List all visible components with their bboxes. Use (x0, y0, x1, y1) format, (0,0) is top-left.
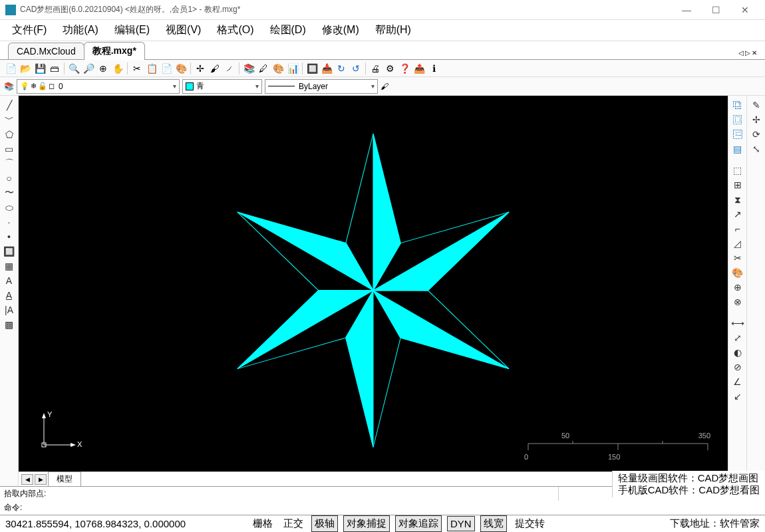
layers-icon[interactable]: 📚 (242, 62, 255, 75)
menu-view[interactable]: 视图(V) (159, 21, 208, 40)
zoom-prev-icon[interactable]: ⊕ (96, 62, 110, 75)
move-obj-icon[interactable]: ✢ (747, 113, 765, 126)
saveall-icon[interactable]: 🗃 (48, 62, 61, 75)
mirror-icon[interactable]: ⧗ (728, 193, 746, 206)
match-icon[interactable]: 🎨 (174, 62, 188, 75)
menu-edit[interactable]: 编辑(E) (108, 21, 156, 40)
point-tool-icon[interactable]: · (0, 215, 18, 229)
mtext-tool-icon[interactable]: A (0, 274, 18, 287)
spline-tool-icon[interactable]: 〜 (0, 186, 18, 200)
colors-icon[interactable]: 🎨 (271, 62, 285, 75)
status-submit[interactable]: 提交转 (512, 516, 547, 531)
layer-manager-icon[interactable]: 📚 (4, 82, 14, 91)
minimize-button[interactable]: — (672, 0, 701, 20)
point2-tool-icon[interactable]: • (0, 230, 18, 243)
status-dyn[interactable]: DYN (447, 516, 475, 531)
linetype-dropdown[interactable]: ByLayer (265, 79, 378, 94)
model-tab[interactable]: 模型 (48, 471, 81, 487)
new-icon[interactable]: 📄 (4, 62, 17, 75)
zoom-extents-icon[interactable]: 🔍 (67, 62, 80, 75)
command-input[interactable] (22, 502, 761, 513)
line-icon[interactable]: ⟋ (223, 62, 236, 75)
break-icon[interactable]: ⊗ (728, 295, 746, 309)
model-next-icon[interactable]: ▶ (35, 474, 47, 485)
block-tool-icon[interactable]: 🔲 (0, 245, 18, 258)
tab-next-icon[interactable]: ▷ (745, 49, 750, 57)
status-osnap[interactable]: 对象捕捉 (343, 515, 390, 532)
open-icon[interactable]: 📂 (19, 62, 32, 75)
help-icon[interactable]: ❓ (398, 62, 411, 75)
dim-leader-icon[interactable]: ↙ (728, 390, 746, 403)
rotate-icon[interactable]: ⟳ (747, 128, 765, 141)
status-otrack[interactable]: 对象追踪 (395, 515, 442, 532)
model-prev-icon[interactable]: ◀ (21, 474, 33, 485)
line-tool-icon[interactable]: ╱ (0, 98, 18, 112)
move-icon[interactable]: ✢ (194, 62, 207, 75)
stretch-icon[interactable]: ↗ (728, 207, 746, 221)
style-icon[interactable]: 🖊 (257, 62, 270, 75)
copy-icon[interactable]: 📋 (145, 62, 158, 75)
brush-icon[interactable]: 🖌 (381, 82, 388, 91)
about-icon[interactable]: ℹ (427, 62, 440, 75)
arc-tool-icon[interactable]: ⌒ (0, 157, 18, 170)
polygon-tool-icon[interactable]: ⬠ (0, 128, 18, 141)
tab-cloud[interactable]: CAD.MxCloud (8, 43, 84, 59)
settings-icon[interactable]: ⚙ (383, 62, 396, 75)
pan-icon[interactable]: ✋ (111, 62, 124, 75)
tab-prev-icon[interactable]: ◁ (738, 49, 744, 57)
trim-icon[interactable]: ✂ (728, 251, 746, 265)
menu-draw[interactable]: 绘图(D) (263, 21, 313, 40)
copy-obj-icon[interactable]: ⿻ (728, 98, 746, 112)
ellipse-tool-icon[interactable]: ⬭ (0, 201, 18, 214)
dim-diameter-icon[interactable]: ⊘ (728, 360, 746, 374)
fillet-icon[interactable]: ⌐ (728, 222, 746, 235)
grid-icon[interactable]: ⊞ (728, 178, 746, 192)
menu-format[interactable]: 格式(O) (210, 21, 260, 40)
maximize-button[interactable]: ☐ (701, 0, 730, 20)
menu-function[interactable]: 功能(A) (56, 21, 104, 40)
export-icon[interactable]: 📤 (412, 62, 426, 75)
dtext-tool-icon[interactable]: |A (0, 303, 18, 317)
color-fill-icon[interactable]: 🎨 (728, 266, 746, 279)
status-lweight[interactable]: 线宽 (480, 515, 507, 532)
chamfer-icon[interactable]: ◿ (728, 237, 746, 250)
close-button[interactable]: ✕ (730, 0, 760, 20)
circle-tool-icon[interactable]: ○ (0, 172, 18, 185)
region-tool-icon[interactable]: ▩ (0, 318, 18, 331)
menu-modify[interactable]: 修改(M) (315, 21, 366, 40)
dim-linear-icon[interactable]: ⟷ (728, 317, 746, 330)
tab-close-icon[interactable]: ✕ (752, 49, 757, 57)
cut-icon[interactable]: ✂ (130, 62, 144, 75)
print-icon[interactable]: 🖨 (369, 62, 382, 75)
offset-icon[interactable]: ⿷ (728, 128, 746, 141)
zoom-window-icon[interactable]: 🔎 (82, 62, 95, 75)
insert-icon[interactable]: 📥 (320, 62, 333, 75)
block-icon[interactable]: 🔲 (305, 62, 319, 75)
drawing-canvas[interactable]: Y X 50 350 0 150 (19, 96, 728, 471)
text-tool-icon[interactable]: A (0, 289, 18, 302)
color-dropdown[interactable]: 青 (182, 79, 262, 94)
status-grid[interactable]: 栅格 (250, 516, 275, 531)
dim-angular-icon[interactable]: ∠ (728, 375, 746, 388)
props-icon[interactable]: 📊 (286, 62, 299, 75)
scale-icon[interactable]: ⤡ (747, 142, 765, 156)
array-icon[interactable]: ▤ (728, 142, 746, 156)
polyline-tool-icon[interactable]: ﹀ (0, 113, 18, 126)
join-icon[interactable]: ⊕ (728, 281, 746, 294)
undo-icon[interactable]: ↺ (349, 62, 363, 75)
redo-icon[interactable]: ↻ (335, 62, 348, 75)
paint-icon[interactable]: 🖌 (208, 62, 222, 75)
menu-help[interactable]: 帮助(H) (369, 21, 418, 40)
dim-aligned-icon[interactable]: ⤢ (728, 331, 746, 344)
hatch-tool-icon[interactable]: ▦ (0, 259, 18, 273)
mirror-obj-icon[interactable]: ⿴ (728, 113, 746, 126)
dim-radius-icon[interactable]: ◐ (728, 346, 746, 359)
tab-tutorial[interactable]: 教程.mxg* (84, 42, 145, 60)
menu-file[interactable]: 文件(F) (5, 21, 53, 40)
status-polar[interactable]: 极轴 (311, 515, 338, 532)
paste-icon[interactable]: 📄 (160, 62, 173, 75)
selwin-icon[interactable]: ⬚ (728, 164, 746, 177)
rectangle-tool-icon[interactable]: ▭ (0, 142, 18, 156)
erase-icon[interactable]: ✎ (747, 98, 765, 112)
save-icon[interactable]: 💾 (33, 62, 47, 75)
